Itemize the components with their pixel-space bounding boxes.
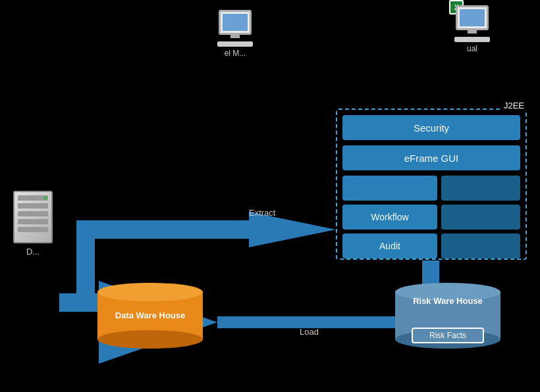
- risk-facts-box: Risk Facts: [412, 328, 484, 343]
- dwh-bottom: [97, 330, 203, 349]
- monitor-left: [219, 10, 252, 35]
- server-slot-5: [18, 227, 48, 232]
- rwh-label: Risk Ware House: [395, 296, 500, 306]
- load-label: Load: [300, 327, 319, 337]
- j2ee-container: J2EE Security eFrame GUI Workflow Audit: [336, 109, 527, 260]
- layer-cell-1-left: [342, 176, 437, 201]
- monitor-right: [456, 5, 489, 30]
- server-led: [43, 196, 47, 200]
- computer-right: X ual: [454, 5, 490, 53]
- audit-cell: Audit: [342, 233, 437, 258]
- dwh-top: [97, 283, 203, 301]
- computer-left: el M...: [217, 10, 253, 58]
- server-slot-3: [18, 211, 48, 216]
- comp-label-right: ual: [467, 44, 477, 53]
- server-body: [13, 191, 53, 243]
- layer-eguiframe: eFrame GUI: [342, 145, 520, 170]
- server-slot-2: [18, 203, 48, 208]
- screen-right: [460, 9, 485, 26]
- layer-row-1: [342, 176, 520, 201]
- keyboard-right: [454, 37, 490, 42]
- svg-rect-4: [76, 220, 95, 306]
- keyboard-left: [217, 41, 253, 47]
- audit-label: Audit: [379, 241, 400, 251]
- risk-facts-label: Risk Facts: [429, 331, 466, 340]
- layer-security: Security: [342, 115, 520, 140]
- eguiframe-label: eFrame GUI: [404, 153, 459, 164]
- extract-label: Extract: [249, 208, 275, 218]
- dwh-label: Data Ware House: [97, 310, 203, 320]
- workflow-label: Workflow: [371, 212, 408, 222]
- comp-label-left: el M...: [225, 49, 246, 58]
- risk-ware-house: Risk Ware House Risk Facts: [395, 283, 500, 349]
- server-icon: D...: [13, 191, 53, 257]
- server-label: D...: [13, 247, 53, 257]
- server-slot-4: [18, 219, 48, 224]
- layer-cell-1-right: [441, 176, 520, 201]
- layer-cell-3-right: [441, 233, 520, 258]
- screen-left: [223, 14, 248, 31]
- layer-row-workflow: Workflow: [342, 205, 520, 230]
- workflow-cell: Workflow: [342, 205, 437, 230]
- j2ee-label: J2EE: [501, 101, 527, 110]
- layer-cell-2-right: [441, 205, 520, 230]
- security-label: Security: [414, 122, 449, 134]
- data-ware-house: Data Ware House: [97, 283, 203, 349]
- layer-row-audit: Audit: [342, 233, 520, 258]
- svg-rect-5: [76, 220, 254, 239]
